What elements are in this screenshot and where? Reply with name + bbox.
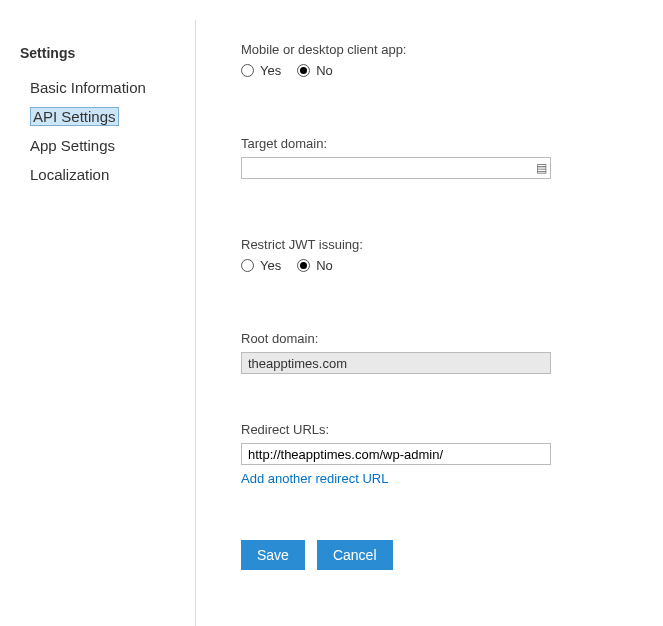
sidebar-item-api-settings[interactable]: API Settings: [20, 102, 195, 131]
client-app-yes-radio[interactable]: [241, 64, 254, 77]
sidebar-item-localization[interactable]: Localization: [20, 160, 195, 189]
restrict-jwt-label: Restrict JWT issuing:: [241, 237, 623, 252]
sidebar: Settings Basic Information API Settings …: [0, 0, 195, 626]
restrict-jwt-no-label: No: [316, 258, 333, 273]
redirect-urls-field: Redirect URLs: Add another redirect URL: [241, 422, 623, 486]
cancel-button[interactable]: Cancel: [317, 540, 393, 570]
sidebar-item-app-settings[interactable]: App Settings: [20, 131, 195, 160]
redirect-urls-label: Redirect URLs:: [241, 422, 623, 437]
restrict-jwt-field: Restrict JWT issuing: Yes No: [241, 237, 623, 273]
client-app-no-label: No: [316, 63, 333, 78]
main-panel: Mobile or desktop client app: Yes No Tar…: [196, 0, 663, 626]
restrict-jwt-radio-group: Yes No: [241, 258, 623, 273]
client-app-no-radio[interactable]: [297, 64, 310, 77]
client-app-field: Mobile or desktop client app: Yes No: [241, 42, 623, 78]
sidebar-item-basic-information[interactable]: Basic Information: [20, 73, 195, 102]
root-domain-field: Root domain:: [241, 331, 623, 374]
sidebar-heading: Settings: [20, 45, 195, 61]
root-domain-input: [241, 352, 551, 374]
client-app-label: Mobile or desktop client app:: [241, 42, 623, 57]
restrict-jwt-yes-radio[interactable]: [241, 259, 254, 272]
target-domain-field: Target domain: ▤: [241, 136, 623, 179]
client-app-yes-label: Yes: [260, 63, 281, 78]
save-button[interactable]: Save: [241, 540, 305, 570]
radio-selected-dot: [300, 262, 307, 269]
radio-selected-dot: [300, 67, 307, 74]
add-redirect-url-link[interactable]: Add another redirect URL: [241, 471, 388, 486]
target-domain-label: Target domain:: [241, 136, 623, 151]
sidebar-nav: Basic Information API Settings App Setti…: [20, 73, 195, 189]
restrict-jwt-no-radio[interactable]: [297, 259, 310, 272]
action-buttons: Save Cancel: [241, 540, 623, 570]
client-app-radio-group: Yes No: [241, 63, 623, 78]
target-domain-input[interactable]: [241, 157, 551, 179]
restrict-jwt-yes-label: Yes: [260, 258, 281, 273]
redirect-url-input[interactable]: [241, 443, 551, 465]
root-domain-label: Root domain:: [241, 331, 623, 346]
settings-page: Settings Basic Information API Settings …: [0, 0, 663, 626]
